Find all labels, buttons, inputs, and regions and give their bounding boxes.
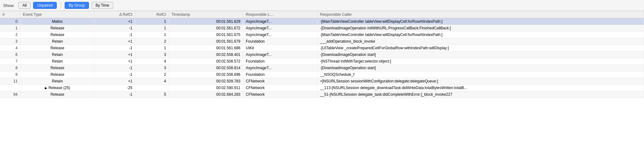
col-header-refct: RefCt	[135, 11, 169, 18]
table-row[interactable]: 4Release-1100:01.561.686UIKit-[UITableVi…	[0, 45, 644, 51]
cell-refct: 1	[135, 45, 169, 51]
cell-event-type: Retain	[20, 51, 95, 58]
table-row[interactable]: 94Release-1500:02.684.283CFNetwork__51-[…	[0, 91, 644, 98]
table-row[interactable]: 3Retain+1200:01.561.679Foundation___addO…	[0, 38, 644, 45]
cell-delta-refct: -1	[95, 25, 135, 32]
cell-responsible-lib: CFNetwork	[243, 85, 318, 91]
cell-responsible-lib: AsyncImageT...	[243, 18, 318, 25]
table-container: # Event Type Δ RefCt RefCt Timestamp Res…	[0, 11, 644, 98]
cell-timestamp: 00:01.561.675	[169, 32, 243, 38]
cell-timestamp: 00:02.684.283	[169, 91, 243, 98]
cell-event-type: Release	[20, 71, 95, 78]
cell-responsible-lib: CFNetwork	[243, 78, 318, 85]
by-time-button[interactable]: By Time	[91, 2, 113, 9]
cell-refct	[135, 85, 169, 91]
cell-delta-refct: -1	[95, 32, 135, 38]
cell-event-type: Retain	[20, 78, 95, 85]
cell-refct: 3	[135, 51, 169, 58]
cell-delta-refct: +1	[95, 18, 135, 25]
cell-responsible-caller: -[UITableView _createPreparedCellForGlob…	[317, 45, 644, 51]
cell-delta-refct: -1	[95, 91, 135, 98]
all-button[interactable]: All	[18, 2, 31, 9]
cell-row-num: 4	[0, 45, 20, 51]
cell-refct: 1	[135, 32, 169, 38]
table-row[interactable]: ▶Release (25)-2500:02.590.911CFNetwork__…	[0, 85, 644, 91]
table-row[interactable]: 2Release-1100:01.561.675AsyncImageT...-[…	[0, 32, 644, 38]
cell-event-type: Retain	[20, 58, 95, 65]
expand-icon[interactable]: ▶	[45, 86, 47, 90]
cell-delta-refct: +1	[95, 38, 135, 45]
table-row[interactable]: 8Release-1300:02.508.814AsyncImageT...-[…	[0, 65, 644, 71]
cell-timestamp: 00:02.590.911	[169, 85, 243, 91]
cell-refct: 1	[135, 25, 169, 32]
cell-responsible-lib: UIKit	[243, 45, 318, 51]
separator	[61, 2, 61, 9]
cell-row-num: 0	[0, 18, 20, 25]
cell-timestamp: 00:01.561.686	[169, 45, 243, 51]
cell-refct: 5	[135, 91, 169, 98]
cell-timestamp: 00:01.561.672	[169, 25, 243, 32]
col-header-responsible-caller: Responsible Caller	[317, 11, 644, 18]
cell-row-num: 3	[0, 38, 20, 45]
cell-responsible-lib: Foundation	[243, 58, 318, 65]
table-row[interactable]: 9Release-1200:02.508.896Foundation__NSOQ…	[0, 71, 644, 78]
by-group-button[interactable]: By Group	[65, 2, 89, 9]
cell-event-type: Release	[20, 25, 95, 32]
cell-responsible-lib: CFNetwork	[243, 91, 318, 98]
cell-delta-refct: +1	[95, 58, 135, 65]
cell-timestamp: 00:01.561.629	[169, 18, 243, 25]
table-row[interactable]: 11Retain+1400:02.509.783CFNetwork+[NSURL…	[0, 78, 644, 85]
cell-delta-refct: +1	[95, 51, 135, 58]
cell-responsible-lib: AsyncImageT...	[243, 32, 318, 38]
cell-responsible-caller: -[MainTableViewController tableView:will…	[317, 18, 644, 25]
cell-delta-refct: -1	[95, 65, 135, 71]
table-row[interactable]: 6Retain+1300:02.508.401AsyncImageT...-[D…	[0, 51, 644, 58]
cell-timestamp: 00:01.561.679	[169, 38, 243, 45]
cell-timestamp: 00:02.508.572	[169, 58, 243, 65]
cell-row-num: 6	[0, 51, 20, 58]
unpaired-button[interactable]: Unpaired	[33, 2, 57, 9]
events-table: # Event Type Δ RefCt RefCt Timestamp Res…	[0, 11, 644, 98]
cell-responsible-caller: ___addOperations_block_invoke	[317, 38, 644, 45]
cell-refct: 2	[135, 38, 169, 45]
cell-row-num: 9	[0, 71, 20, 78]
cell-row-num	[0, 85, 20, 91]
cell-event-type: Retain	[20, 38, 95, 45]
cell-timestamp: 00:02.508.401	[169, 51, 243, 58]
cell-refct: 3	[135, 65, 169, 71]
cell-responsible-lib: AsyncImageT...	[243, 25, 318, 32]
cell-responsible-caller: __NSOQSchedule_f	[317, 71, 644, 78]
col-header-event-type: Event Type	[20, 11, 95, 18]
cell-responsible-caller: +[NSURLSession sessionWithConfiguration:…	[317, 78, 644, 85]
cell-delta-refct: +1	[95, 78, 135, 85]
col-header-delta-refct: Δ RefCt	[95, 11, 135, 18]
cell-refct: 2	[135, 71, 169, 78]
cell-delta-refct: -1	[95, 45, 135, 51]
cell-responsible-caller: -[DownloadImageOperation initWithURL:Pro…	[317, 25, 644, 32]
cell-timestamp: 00:02.509.783	[169, 78, 243, 85]
cell-timestamp: 00:02.508.896	[169, 71, 243, 78]
cell-row-num: 1	[0, 25, 20, 32]
cell-row-num: 94	[0, 91, 20, 98]
table-row[interactable]: 7Retain+1400:02.508.572Foundation-[NSThr…	[0, 58, 644, 65]
cell-responsible-lib: Foundation	[243, 38, 318, 45]
toolbar: Show: All Unpaired By Group By Time	[0, 0, 644, 11]
table-row[interactable]: 0Malloc+1100:01.561.629AsyncImageT...-[M…	[0, 18, 644, 25]
col-header-timestamp: Timestamp	[169, 11, 243, 18]
cell-event-type: Release	[20, 91, 95, 98]
cell-event-type: Release	[20, 65, 95, 71]
show-label: Show:	[3, 3, 15, 8]
cell-event-type: Release	[20, 32, 95, 38]
cell-responsible-caller: -[MainTableViewController tableView:will…	[317, 32, 644, 38]
cell-responsible-caller: -[NSThread initWithTarget:selector:objec…	[317, 58, 644, 65]
table-header-row: # Event Type Δ RefCt RefCt Timestamp Res…	[0, 11, 644, 18]
cell-event-type: ▶Release (25)	[20, 85, 95, 91]
table-row[interactable]: 1Release-1100:01.561.672AsyncImageT...-[…	[0, 25, 644, 32]
cell-responsible-caller: __51-[NSURLSession delegate_task:didComp…	[317, 91, 644, 98]
cell-delta-refct: -1	[95, 71, 135, 78]
cell-refct: 4	[135, 58, 169, 65]
cell-row-num: 7	[0, 58, 20, 65]
cell-refct: 4	[135, 78, 169, 85]
cell-responsible-lib: AsyncImageT...	[243, 65, 318, 71]
col-header-responsible-lib: Responsible L...	[243, 11, 318, 18]
